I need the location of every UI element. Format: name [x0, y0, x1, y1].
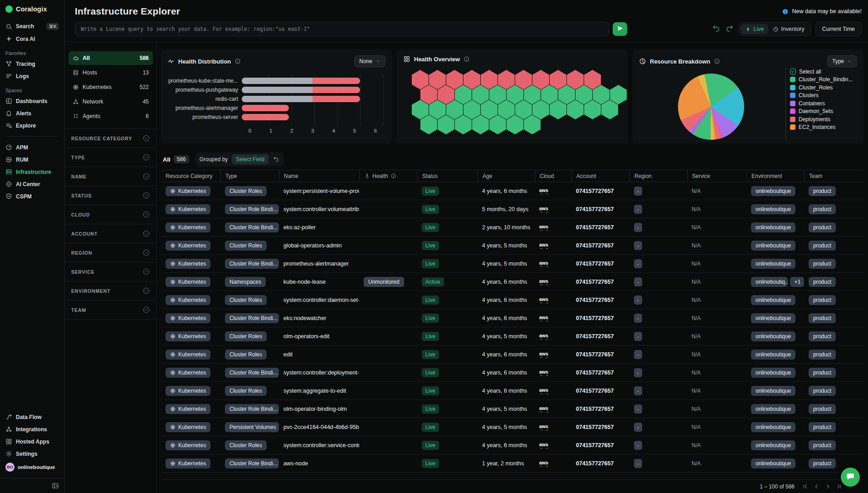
collapse-sidebar-button[interactable]	[52, 482, 59, 489]
sidebar-item[interactable]: Integrations	[0, 423, 64, 435]
sidebar-item[interactable]: Hosted Apps	[0, 435, 64, 448]
environment-chip[interactable]: onlineboutique	[751, 458, 795, 468]
checkbox-checked-icon[interactable]	[790, 69, 796, 74]
region-chip[interactable]: -	[634, 223, 642, 232]
sidebar-item[interactable]: Logs	[0, 70, 64, 82]
legend-item[interactable]: Cluster_Role_Bindin...	[790, 76, 858, 84]
resource-breakdown-pie[interactable]	[678, 74, 744, 140]
category-chip[interactable]: Kubernetes	[166, 440, 210, 450]
column-header[interactable]: Cloud	[535, 170, 571, 182]
environment-chip[interactable]: onlineboutique	[751, 186, 795, 196]
column-header[interactable]: Type	[220, 170, 279, 182]
environment-overflow-chip[interactable]: +1	[790, 277, 804, 287]
bar-row[interactable]: redis-cart	[166, 94, 384, 104]
column-header[interactable]: Environment	[746, 170, 804, 182]
sidebar-item[interactable]: Explore	[0, 119, 64, 132]
region-chip[interactable]: -	[634, 205, 642, 214]
facet-section[interactable]: CLOUD	[65, 205, 156, 224]
team-chip[interactable]: product	[809, 259, 836, 269]
legend-item[interactable]: EC2_Instances	[790, 123, 858, 132]
sidebar-item[interactable]: Infrastructure	[0, 166, 64, 178]
environment-chip[interactable]: onlineboutique	[751, 204, 795, 214]
resource-name[interactable]: pvc-2cce4164-044d-4b6d-95bc-53	[279, 424, 359, 430]
sidebar-item[interactable]: CSPM	[0, 190, 64, 202]
table-row[interactable]: Kubernetes Cluster Role Bindi... system:…	[161, 200, 863, 218]
column-header[interactable]: Status	[417, 170, 478, 182]
facet-section[interactable]: REGION	[65, 243, 156, 262]
table-row[interactable]: Kubernetes Cluster Roles olm-operators-e…	[161, 327, 863, 345]
team-chip[interactable]: product	[809, 222, 836, 232]
legend-select-all[interactable]: Select all	[790, 68, 858, 76]
time-range-button[interactable]: Current Time	[815, 22, 862, 36]
team-chip[interactable]: product	[809, 458, 836, 468]
type-chip[interactable]: Cluster Role Bindi...	[225, 204, 279, 214]
category-filter-item[interactable]: All 586	[68, 51, 153, 65]
resource-name[interactable]: eks:az-poller	[279, 224, 359, 231]
health-distribution-groupby-dropdown[interactable]: None	[354, 55, 385, 67]
type-chip[interactable]: Cluster Role Bindi...	[225, 368, 279, 378]
circle-chevron-icon[interactable]	[142, 287, 150, 295]
environment-chip[interactable]: onlineboutiq...	[751, 277, 788, 287]
resource-name[interactable]: aws-node	[279, 460, 359, 467]
environment-chip[interactable]: onlineboutique	[751, 295, 795, 305]
account-menu[interactable]: BO onlineboutique	[0, 460, 64, 474]
bar-row[interactable]: prometheus-pushgateway	[166, 85, 384, 94]
category-chip[interactable]: Kubernetes	[166, 313, 210, 323]
sidebar-item[interactable]: Settings	[0, 448, 64, 460]
type-chip[interactable]: Cluster Role Bindi...	[225, 259, 279, 269]
facet-section[interactable]: RESOURCE CATEGORY	[65, 129, 156, 148]
region-chip[interactable]: -	[634, 187, 642, 196]
table-row[interactable]: Kubernetes Cluster Roles system:controll…	[161, 436, 863, 454]
circle-chevron-icon[interactable]	[142, 249, 150, 256]
environment-chip[interactable]: onlineboutique	[751, 331, 795, 341]
reset-grouping-icon[interactable]	[273, 156, 279, 163]
environment-chip[interactable]: onlineboutique	[751, 241, 795, 251]
circle-chevron-icon[interactable]	[142, 306, 150, 314]
category-chip[interactable]: Kubernetes	[166, 404, 210, 414]
table-row[interactable]: Kubernetes Cluster Roles system:aggregat…	[161, 382, 863, 400]
environment-chip[interactable]: onlineboutique	[751, 386, 795, 396]
team-chip[interactable]: product	[809, 277, 836, 287]
team-chip[interactable]: product	[809, 295, 836, 305]
type-chip[interactable]: Cluster Roles	[225, 241, 267, 251]
column-header[interactable]: Resource Category	[161, 170, 220, 182]
team-chip[interactable]: product	[809, 186, 836, 196]
region-chip[interactable]: -	[634, 404, 642, 414]
region-chip[interactable]: -	[634, 368, 642, 377]
legend-item[interactable]: Deployments	[790, 115, 858, 123]
sidebar-item[interactable]: Search ⌘K	[0, 20, 64, 33]
legend-item[interactable]: Cluster_Roles	[790, 84, 858, 92]
tab-all[interactable]: All 586	[163, 155, 189, 163]
brand-logo[interactable]: Coralogix	[0, 5, 64, 20]
region-chip[interactable]: -	[634, 441, 642, 450]
search-input[interactable]	[75, 22, 609, 36]
sidebar-item[interactable]: Dashboards	[0, 95, 64, 107]
column-header[interactable]: Region	[629, 170, 687, 182]
category-chip[interactable]: Kubernetes	[166, 386, 210, 396]
facet-section[interactable]: TEAM	[65, 301, 156, 320]
facet-section[interactable]: NAME	[65, 167, 156, 186]
sidebar-item[interactable]: RUM	[0, 153, 64, 166]
facet-section[interactable]: SERVICE	[65, 262, 156, 281]
resource-name[interactable]: system:controller:service-controller	[279, 442, 359, 449]
circle-chevron-icon[interactable]	[142, 268, 150, 276]
facet-section[interactable]: STATUS	[65, 186, 156, 205]
environment-chip[interactable]: onlineboutique	[751, 368, 795, 378]
table-row[interactable]: Kubernetes Cluster Role Bindi... eks:nod…	[161, 309, 863, 327]
resource-breakdown-dropdown[interactable]: Type	[827, 55, 857, 67]
team-chip[interactable]: product	[809, 331, 836, 341]
resource-name[interactable]: system:controller:daemon-set-contr	[279, 297, 359, 303]
sidebar-item[interactable]: AI Center	[0, 178, 64, 190]
type-chip[interactable]: Cluster Roles	[225, 386, 267, 396]
category-chip[interactable]: Kubernetes	[166, 222, 210, 232]
circle-chevron-icon[interactable]	[142, 192, 150, 199]
column-header[interactable]: Age	[478, 170, 535, 182]
type-chip[interactable]: Cluster Roles	[225, 440, 267, 450]
table-row[interactable]: Kubernetes Namespaces kube-node-lease Un…	[161, 273, 863, 291]
region-chip[interactable]: -	[634, 332, 642, 341]
category-chip[interactable]: Kubernetes	[166, 368, 210, 378]
column-header[interactable]: Health	[359, 170, 417, 182]
sidebar-item[interactable]: Data Flow	[0, 411, 64, 423]
new-data-notice[interactable]: New data may be available!	[782, 8, 862, 15]
region-chip[interactable]: -	[634, 314, 642, 323]
